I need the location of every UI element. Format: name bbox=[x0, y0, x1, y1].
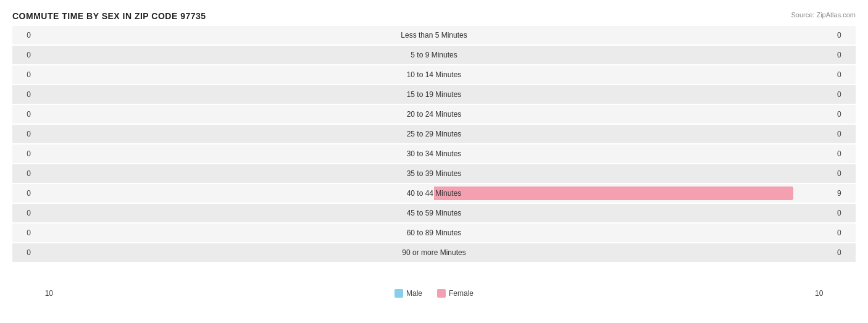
chart-row: 0Less than 5 Minutes0 bbox=[12, 26, 856, 44]
female-value: 0 bbox=[833, 209, 856, 217]
chart-row: 040 to 44 Minutes9 bbox=[12, 184, 856, 203]
chart-title: COMMUTE TIME BY SEX IN ZIP CODE 97735 bbox=[12, 11, 856, 21]
male-value: 0 bbox=[12, 90, 35, 99]
legend-female-box bbox=[437, 289, 446, 298]
source-label: Source: ZipAtlas.com bbox=[791, 11, 856, 19]
female-value: 0 bbox=[833, 229, 856, 237]
male-value: 0 bbox=[12, 169, 35, 178]
bar-area: 90 or more Minutes bbox=[35, 243, 833, 262]
male-value: 0 bbox=[12, 229, 35, 237]
male-value: 0 bbox=[12, 149, 35, 158]
female-value: 0 bbox=[833, 248, 856, 257]
bar-inner: Less than 5 Minutes bbox=[35, 26, 833, 44]
male-value: 0 bbox=[12, 70, 35, 79]
chart-row: 090 or more Minutes0 bbox=[12, 243, 856, 262]
bar-area: 60 to 89 Minutes bbox=[35, 224, 833, 242]
row-label: 10 to 14 Minutes bbox=[403, 69, 465, 80]
axis-bottom: 10 Male Female 10 bbox=[12, 289, 856, 298]
bar-inner: 10 to 14 Minutes bbox=[35, 65, 833, 84]
female-value: 0 bbox=[833, 149, 856, 158]
female-value: 0 bbox=[833, 51, 856, 59]
chart-row: 035 to 39 Minutes0 bbox=[12, 164, 856, 183]
legend-female-label: Female bbox=[449, 289, 474, 298]
male-value: 0 bbox=[12, 51, 35, 59]
chart-row: 025 to 29 Minutes0 bbox=[12, 125, 856, 143]
row-label: 20 to 24 Minutes bbox=[403, 109, 465, 120]
row-label: 30 to 34 Minutes bbox=[403, 148, 465, 159]
male-value: 0 bbox=[12, 209, 35, 217]
female-value: 9 bbox=[833, 189, 856, 198]
row-label: Less than 5 Minutes bbox=[397, 30, 470, 41]
male-value: 0 bbox=[12, 31, 35, 40]
legend-male-box bbox=[394, 289, 403, 298]
chart-row: 020 to 24 Minutes0 bbox=[12, 105, 856, 124]
bar-area: 45 to 59 Minutes bbox=[35, 204, 833, 222]
row-label: 25 to 29 Minutes bbox=[403, 128, 465, 140]
female-value: 0 bbox=[833, 31, 856, 40]
bar-area: 25 to 29 Minutes bbox=[35, 125, 833, 143]
chart-row: 030 to 34 Minutes0 bbox=[12, 145, 856, 163]
chart-row: 060 to 89 Minutes0 bbox=[12, 224, 856, 242]
bar-inner: 5 to 9 Minutes bbox=[35, 46, 833, 64]
female-bar bbox=[434, 187, 793, 200]
bar-area: 30 to 34 Minutes bbox=[35, 145, 833, 163]
male-value: 0 bbox=[12, 189, 35, 198]
male-value: 0 bbox=[12, 248, 35, 257]
chart-row: 010 to 14 Minutes0 bbox=[12, 65, 856, 84]
female-value: 0 bbox=[833, 169, 856, 178]
row-label: 45 to 59 Minutes bbox=[403, 208, 465, 219]
legend-female: Female bbox=[437, 289, 474, 298]
bar-inner: 60 to 89 Minutes bbox=[35, 224, 833, 242]
chart-area: 0Less than 5 Minutes005 to 9 Minutes0010… bbox=[12, 26, 856, 285]
female-value: 0 bbox=[833, 70, 856, 79]
bar-inner: 30 to 34 Minutes bbox=[35, 145, 833, 163]
legend-male: Male bbox=[394, 289, 422, 298]
row-label: 35 to 39 Minutes bbox=[403, 168, 465, 179]
legend: Male Female bbox=[57, 289, 811, 298]
bar-area: 20 to 24 Minutes bbox=[35, 105, 833, 124]
bar-area: 15 to 19 Minutes bbox=[35, 85, 833, 104]
bar-inner: 35 to 39 Minutes bbox=[35, 164, 833, 183]
axis-right-value: 10 bbox=[811, 289, 833, 298]
bar-area: 35 to 39 Minutes bbox=[35, 164, 833, 183]
chart-row: 045 to 59 Minutes0 bbox=[12, 204, 856, 222]
axis-left-value: 10 bbox=[35, 289, 57, 298]
male-value: 0 bbox=[12, 110, 35, 119]
row-label: 40 to 44 Minutes bbox=[403, 188, 465, 199]
bar-area: Less than 5 Minutes bbox=[35, 26, 833, 44]
row-label: 90 or more Minutes bbox=[398, 247, 469, 258]
bar-inner: 15 to 19 Minutes bbox=[35, 85, 833, 104]
bar-area: 5 to 9 Minutes bbox=[35, 46, 833, 64]
bar-inner: 45 to 59 Minutes bbox=[35, 204, 833, 222]
female-value: 0 bbox=[833, 110, 856, 119]
bar-inner: 90 or more Minutes bbox=[35, 243, 833, 262]
bar-area: 40 to 44 Minutes bbox=[35, 184, 833, 203]
bar-area: 10 to 14 Minutes bbox=[35, 65, 833, 84]
chart-row: 015 to 19 Minutes0 bbox=[12, 85, 856, 104]
bar-inner: 25 to 29 Minutes bbox=[35, 125, 833, 143]
chart-container: COMMUTE TIME BY SEX IN ZIP CODE 97735 So… bbox=[0, 0, 868, 323]
bar-inner: 40 to 44 Minutes bbox=[35, 184, 833, 203]
male-value: 0 bbox=[12, 130, 35, 138]
row-label: 60 to 89 Minutes bbox=[403, 227, 465, 238]
chart-row: 05 to 9 Minutes0 bbox=[12, 46, 856, 64]
row-label: 5 to 9 Minutes bbox=[407, 49, 461, 61]
bar-inner: 20 to 24 Minutes bbox=[35, 105, 833, 124]
female-value: 0 bbox=[833, 130, 856, 138]
female-value: 0 bbox=[833, 90, 856, 99]
legend-male-label: Male bbox=[406, 289, 422, 298]
row-label: 15 to 19 Minutes bbox=[403, 89, 465, 100]
